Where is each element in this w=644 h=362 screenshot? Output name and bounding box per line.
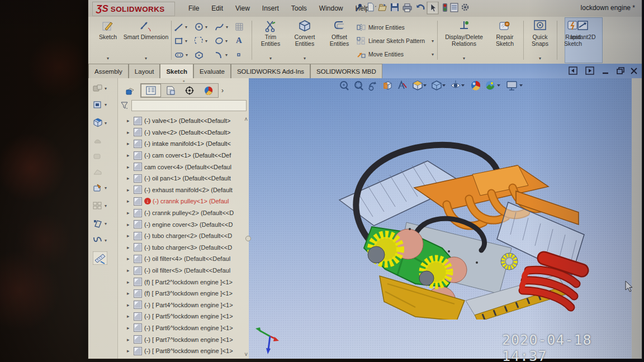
assembly-icon[interactable] xyxy=(120,84,139,97)
tree-item-oil-filter-5[interactable]: ▸(-) oil filter<5> (Default<<Defaul xyxy=(119,265,248,277)
tree-item-cam-cover-1[interactable]: ▸(-) cam cover<1> (Default<<Def xyxy=(119,150,248,161)
zoom-to-fit-icon[interactable] xyxy=(340,82,348,90)
tab-assembly[interactable]: Assembly xyxy=(88,64,129,78)
edit-appearance-icon[interactable] xyxy=(471,81,480,90)
tab-layout[interactable]: Layout xyxy=(129,64,160,78)
rectangle-tool-icon[interactable]: ▾ xyxy=(174,35,187,46)
view-settings-icon[interactable] xyxy=(507,82,517,90)
menu-view[interactable]: View xyxy=(229,4,256,12)
insert-components-icon[interactable]: ▾ xyxy=(93,82,115,95)
display-delete-relations-button[interactable]: Display/Delete Relations ▾ xyxy=(439,18,489,62)
panel-grip[interactable]: ● xyxy=(118,79,249,83)
tree-item-part7[interactable]: ▸(-) [ Part7^lockdown engine ]<1> xyxy=(119,334,248,345)
tab-solidworks-add-ins[interactable]: SOLIDWORKS Add-Ins xyxy=(231,64,310,78)
curves-icon[interactable]: ▾ xyxy=(93,234,115,247)
expand-arrow-icon[interactable]: ▸ xyxy=(127,256,134,261)
pin-menu-icon[interactable] xyxy=(355,3,363,12)
hide-show-items-icon[interactable] xyxy=(451,80,460,88)
apply-scene-icon[interactable] xyxy=(486,81,495,90)
print-icon[interactable] xyxy=(403,4,411,12)
task-list-icon[interactable] xyxy=(451,3,458,12)
convert-entities-button[interactable]: Convert Entities ▾ xyxy=(287,18,322,62)
menu-file[interactable]: File xyxy=(182,4,205,12)
expand-arrow-icon[interactable]: ▸ xyxy=(127,313,134,319)
tree-item-engine-cover[interactable]: ▸(-) engine cover<3> (Default<<D xyxy=(119,218,248,230)
point-tool-icon[interactable] xyxy=(236,49,242,60)
measure-icon[interactable] xyxy=(93,251,115,265)
expand-arrow-icon[interactable]: ▸ xyxy=(127,245,134,250)
trim-entities-button[interactable]: Trim Entities ▾ xyxy=(255,18,286,62)
repair-sketch-button[interactable]: Repair Sketch xyxy=(489,18,521,62)
expand-arrow-icon[interactable]: ▸ xyxy=(127,222,134,227)
expand-arrow-icon[interactable]: ▸ xyxy=(127,302,134,308)
tree-filter-input[interactable] xyxy=(131,100,247,111)
expand-arrow-icon[interactable]: ▸ xyxy=(127,279,134,285)
expand-arrow-icon[interactable]: ▸ xyxy=(127,187,134,193)
tree-item-part5[interactable]: ▸(-) [ Part5^lockdown engine ]<1> xyxy=(119,311,248,322)
menu-window[interactable]: Window xyxy=(313,4,349,12)
mirror-entities-button[interactable]: Mirror Entities xyxy=(357,22,434,33)
panel-splitter-handle[interactable] xyxy=(245,236,251,241)
new-document-icon[interactable] xyxy=(368,3,376,11)
configuration-manager-icon[interactable] xyxy=(180,84,199,97)
close-icon[interactable] xyxy=(631,68,637,74)
tab-solidworks-mbd[interactable]: SOLIDWORKS MBD xyxy=(310,64,382,78)
previous-window-icon[interactable] xyxy=(569,67,577,74)
restore-icon[interactable] xyxy=(617,68,624,74)
expand-arrow-icon[interactable]: ▸ xyxy=(127,175,134,181)
expand-arrow-icon[interactable]: ▸ xyxy=(127,153,134,158)
section-view-icon[interactable] xyxy=(383,82,391,89)
undo-icon[interactable] xyxy=(416,5,424,9)
dropdown-caret[interactable] xyxy=(461,84,465,87)
sketch-button[interactable]: Sketch ▾ xyxy=(93,18,123,62)
show-hidden-components-icon[interactable] xyxy=(93,165,115,179)
tree-item-part4[interactable]: ▸(-) [ Part4^lockdown engine ]<1> xyxy=(119,299,248,311)
expand-arrow-icon[interactable]: ▸ xyxy=(127,268,134,273)
menu-insert[interactable]: Insert xyxy=(256,4,285,12)
menu-edit[interactable]: Edit xyxy=(205,4,229,12)
expand-arrow-icon[interactable]: ▸ xyxy=(127,325,134,331)
feature-manager-icon[interactable] xyxy=(141,84,161,97)
tree-item-crannk-pulley-2[interactable]: ▸(-) crannk pulley<2> (Default<<D xyxy=(119,207,248,219)
annotation-views-icon[interactable] xyxy=(399,82,406,89)
expand-arrow-icon[interactable]: ▸ xyxy=(127,130,134,135)
ellipse-tool-icon[interactable]: ▾ xyxy=(215,35,228,46)
mate-icon[interactable]: ▾ xyxy=(93,98,115,111)
tab-sketch[interactable]: Sketch xyxy=(160,64,193,78)
zoom-to-area-icon[interactable] xyxy=(355,82,363,90)
dropdown-caret[interactable] xyxy=(442,84,446,87)
linear-sketch-pattern-button[interactable]: Linear Sketch Pattern ▾ xyxy=(357,35,434,46)
graphics-viewport[interactable] xyxy=(249,78,632,359)
tree-item-cam-cover-4[interactable]: ▸cam cover<4> (Default<<Defaul xyxy=(119,161,248,173)
expand-arrow-icon[interactable]: ▸ xyxy=(127,290,134,296)
tree-item-part2[interactable]: ▸(f) [ Part2^lockdown engine ]<1> xyxy=(119,276,248,288)
open-icon[interactable] xyxy=(378,4,386,11)
dimxpert-icon[interactable] xyxy=(199,84,218,97)
tree-item-part6[interactable]: ▸(-) [ Part6^lockdown engine ]<1> xyxy=(119,322,248,334)
expand-arrow-icon[interactable]: ▸ xyxy=(127,210,134,216)
view-orientation-icon[interactable] xyxy=(413,81,422,90)
expand-arrow-icon[interactable]: ▸ xyxy=(127,233,134,239)
expand-arrow-icon[interactable]: ▸ xyxy=(127,348,134,354)
menu-tools[interactable]: Tools xyxy=(285,4,313,12)
component-pattern-icon[interactable]: ▾ xyxy=(93,199,115,212)
filter-funnel-icon[interactable] xyxy=(120,101,129,110)
polygon-tool-icon[interactable] xyxy=(195,49,204,60)
instant2d-button[interactable]: Instant2D xyxy=(566,18,600,62)
line-tool-icon[interactable]: ▾ xyxy=(174,21,187,32)
component-preview-icon[interactable]: ▾ xyxy=(93,116,115,130)
options-gear-icon[interactable] xyxy=(462,4,468,10)
view-toggle-icon[interactable] xyxy=(443,3,447,12)
previous-view-icon[interactable] xyxy=(369,82,376,90)
dropdown-caret[interactable] xyxy=(497,84,500,87)
next-window-icon[interactable] xyxy=(586,67,594,74)
move-component-icon[interactable] xyxy=(93,150,115,163)
property-manager-icon[interactable] xyxy=(161,84,180,97)
tree-item-oil-filter-4[interactable]: ▸(-) oil filter<4> (Default<<Defaul xyxy=(119,253,248,265)
tab-evaluate[interactable]: Evaluate xyxy=(193,64,231,78)
tree-scroll-down-icon[interactable]: ˅ xyxy=(244,351,248,358)
display-style-icon[interactable] xyxy=(432,81,441,90)
spline-tool-icon[interactable]: ▾ xyxy=(215,21,228,32)
expand-arrow-icon[interactable]: ▸ xyxy=(127,118,134,123)
tree-item-tubo-charger-3[interactable]: ▸(-) tubo charger<3> (Default<<D xyxy=(119,242,248,254)
